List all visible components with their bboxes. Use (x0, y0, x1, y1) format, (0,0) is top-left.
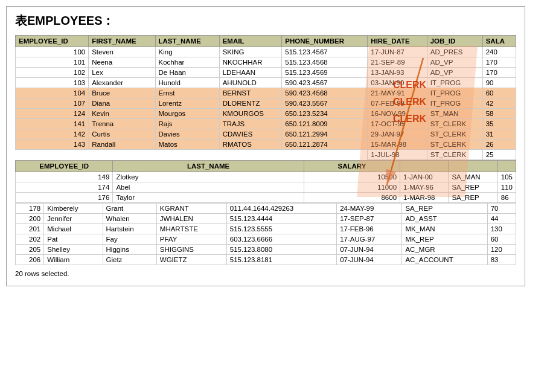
cell-email: JWHALEN (156, 214, 226, 224)
cell-hire: 17-SEP-87 (337, 214, 402, 224)
cell-id: 178 (16, 204, 44, 214)
cell-hire: 13-JAN-93 (368, 68, 427, 78)
table-row: 1-JUL-98 ST_CLERK 25 (16, 150, 516, 160)
sub-cell-last: Zlotkey (113, 172, 304, 182)
cell-last: Rajs (155, 119, 219, 129)
cell-job: MK_REP (402, 234, 487, 245)
table-header-row: EMPLOYEE_ID FIRST_NAME LAST_NAME EMAIL P… (16, 36, 516, 47)
cell-first: William (44, 255, 103, 265)
cell-id: 107 (16, 98, 89, 109)
cell-first: Jennifer (44, 214, 103, 224)
table-row: 102 Lex De Haan LDEHAAN 515.123.4569 13-… (16, 68, 516, 78)
cell-job: AC_MGR (402, 245, 487, 255)
cell-sal: 60 (487, 234, 516, 245)
sub-cell-salary: 8600 (304, 193, 400, 203)
table-row: 107 Diana Lorentz DLORENTZ 590.423.5567 … (16, 98, 516, 109)
cell-job: AD_VP (427, 57, 482, 68)
cell-id: 201 (16, 224, 44, 234)
table-row: 141 Trenna Rajs TRAJS 650.121.8009 17-OC… (16, 119, 516, 129)
cell-job: ST_MAN (427, 109, 482, 119)
cell-last: De Haan (155, 68, 219, 78)
cell-job: AD_PRES (427, 47, 482, 57)
cell-hire: 07-JUN-94 (337, 245, 402, 255)
col-first-name: FIRST_NAME (89, 36, 155, 47)
sub-col-last: LAST_NAME (113, 161, 304, 172)
cell-job: AC_ACCOUNT (402, 255, 487, 265)
cell-email: LDEHAAN (219, 68, 282, 78)
cell-id: 102 (16, 68, 89, 78)
cell-job: ST_CLERK (427, 119, 482, 129)
cell-phone: 590.423.4568 (282, 88, 368, 98)
cell-sal: 130 (487, 224, 516, 234)
cell-phone: 515.123.8080 (226, 245, 336, 255)
col-hire-date: HIRE_DATE (368, 36, 427, 47)
cell-email: CDAVIES (219, 129, 282, 140)
continuation-table: 178 Kimberely Grant KGRANT 011.44.1644.4… (15, 203, 516, 265)
cell-email: PFAY (156, 234, 226, 245)
sub-col-id: EMPLOYEE_ID (16, 161, 113, 172)
cell-hire: 17-AUG-97 (337, 234, 402, 245)
sub-section: EMPLOYEE_ID LAST_NAME SALARY 149 Zlotkey… (15, 160, 516, 203)
cell-sal: 70 (487, 204, 516, 214)
table-row: 143 Randall Matos RMATOS 650.121.2874 15… (16, 140, 516, 150)
cell-job: ST_CLERK (427, 140, 482, 150)
cell-hire: 1-JUL-98 (368, 150, 427, 160)
sub-cell-hire: 1-MAR-98 (400, 193, 449, 203)
col-email: EMAIL (219, 36, 282, 47)
sub-cell-id: 149 (16, 172, 113, 182)
sub-cell-sal2: 86 (497, 193, 516, 203)
sub-table-row: 176 Taylor 8600 1-MAR-98 SA_REP 86 (16, 193, 516, 203)
col-job-id: JOB_ID (427, 36, 482, 47)
cell-last: Davies (155, 129, 219, 140)
cell-phone: 515.123.4444 (226, 214, 336, 224)
table-row: 101 Neena Kochhar NKOCHHAR 515.123.4568 … (16, 57, 516, 68)
cell-last: Ernst (155, 88, 219, 98)
cell-hire: 21-MAY-91 (368, 88, 427, 98)
cell-sal: 170 (482, 57, 516, 68)
sub-col-hire (400, 161, 449, 172)
col-salary: SALA (482, 36, 516, 47)
cell-hire: 17-OCT-95 (368, 119, 427, 129)
cell-last: Lorentz (155, 98, 219, 109)
table-row: 124 Kevin Mourgos KMOURGOS 650.123.5234 … (16, 109, 516, 119)
page-container: 表EMPLOYEES： CLERK CLERK CLERK EMPLOYEE_I… (6, 6, 525, 286)
cell-phone: 590.423.4567 (282, 78, 368, 88)
col-employee-id: EMPLOYEE_ID (16, 36, 89, 47)
cell-job: ST_CLERK (427, 150, 482, 160)
cell-id: 206 (16, 255, 44, 265)
cell-id: 143 (16, 140, 89, 150)
cell-last: Higgins (103, 245, 156, 255)
cell-phone: 603.123.6666 (226, 234, 336, 245)
cell-last: Gietz (103, 255, 156, 265)
cell-phone: 650.121.2874 (282, 140, 368, 150)
sub-cell-job: SA_REP (449, 193, 497, 203)
cell-sal: 26 (482, 140, 516, 150)
cell-first: Curtis (89, 129, 155, 140)
cell-email: DLORENTZ (219, 98, 282, 109)
cell-job: IT_PROG (427, 78, 482, 88)
cell-first: Kimberely (44, 204, 103, 214)
cell-email: MHARTSTE (156, 224, 226, 234)
sub-header-row: EMPLOYEE_ID LAST_NAME SALARY (16, 161, 516, 172)
cell-phone: 515.123.4568 (282, 57, 368, 68)
cell-last: Grant (103, 204, 156, 214)
sub-cell-salary: 11000 (304, 182, 400, 193)
sub-cell-id: 174 (16, 182, 113, 193)
cell-id: 202 (16, 234, 44, 245)
cell-phone: 515.123.4567 (282, 47, 368, 57)
cell-id: 124 (16, 109, 89, 119)
sub-cell-sal2: 105 (497, 172, 516, 182)
cell-first: Neena (89, 57, 155, 68)
cell-first: Lex (89, 68, 155, 78)
cell-hire: 16-NOV-99 (368, 109, 427, 119)
cell-hire: 29-JAN-97 (368, 129, 427, 140)
col-phone: PHONE_NUMBER (282, 36, 368, 47)
cell-job: AD_ASST (402, 214, 487, 224)
cell-id: 200 (16, 214, 44, 224)
cell-sal: 240 (482, 47, 516, 57)
sub-table-row: 149 Zlotkey 10500 1-JAN-00 SA_MAN 105 (16, 172, 516, 182)
cell-id: 205 (16, 245, 44, 255)
table-row: 202 Pat Fay PFAY 603.123.6666 17-AUG-97 … (16, 234, 516, 245)
table-row: 100 Steven King SKING 515.123.4567 17-JU… (16, 47, 516, 57)
page-title: 表EMPLOYEES： (15, 13, 516, 29)
